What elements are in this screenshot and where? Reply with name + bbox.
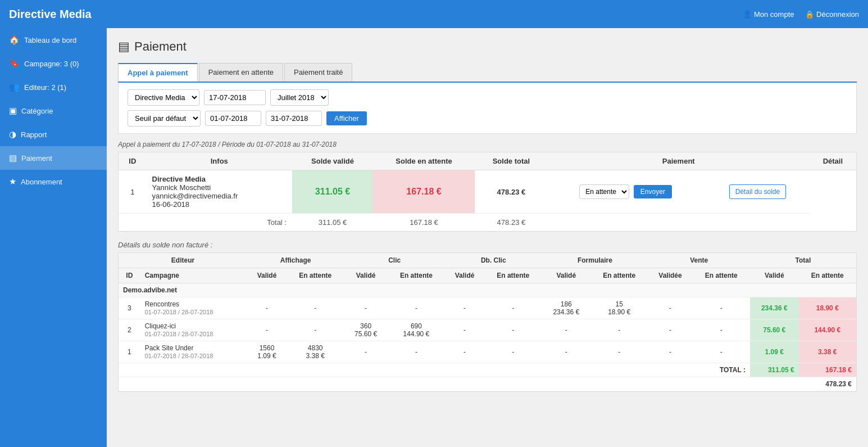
col-infos: Infos (147, 152, 292, 170)
dr2-tot-val: 75.60 € (750, 319, 799, 341)
detail-row-2: 2 Cliquez-ici 01-07-2018 / 28-07-2018 - … (119, 319, 856, 341)
row-detail-cell: Détail du solde (703, 170, 809, 214)
th-form-att: En attente (590, 268, 648, 283)
th-id: ID (119, 268, 140, 283)
layout: 🏠 Tableau de bord 🔖 Campagne: 3 (0) 👥 Ed… (0, 28, 868, 447)
star-icon: ★ (9, 177, 16, 187)
dr1-tot-val: 1.09 € (750, 341, 799, 363)
main-content: ▤ Paiement Appel à paiement Paiement en … (107, 28, 868, 447)
envoyer-button[interactable]: Envoyer (634, 185, 672, 198)
row-id: 1 (119, 170, 147, 214)
row-contact: Yannick Moschetti (152, 183, 211, 192)
main-table: ID Infos Solde validé Solde en attente S… (119, 152, 856, 231)
tabs-bar: Appel à paiement Paiement en attente Pai… (118, 63, 857, 83)
th-formulaire: Formulaire (542, 253, 648, 268)
deconnexion-link[interactable]: 🔒 Déconnexion (805, 10, 859, 19)
th-clic: Clic (344, 253, 445, 268)
sidebar-item-rapport[interactable]: ◑ Rapport (0, 123, 107, 146)
users-icon: 👥 (9, 82, 20, 92)
table-row: 1 Directive Media Yannick Moschetti yann… (119, 170, 856, 214)
total-valide: 311.05 € (292, 214, 373, 232)
col-solde-valide: Solde validé (292, 152, 373, 170)
date-fin-input[interactable] (266, 111, 322, 126)
dr1-vente-val: - (648, 341, 692, 363)
col-solde-total: Solde total (475, 152, 548, 170)
status-select[interactable]: En attente Envoyé (579, 184, 629, 199)
th-aff-val: Validé (247, 268, 287, 283)
seuil-select[interactable]: Seuil par défaut (128, 110, 201, 127)
tab-paiement-traite[interactable]: Paiement traité (284, 63, 352, 82)
dr2-vente-att: - (693, 319, 750, 341)
filter-row-1: Directive Media Juillet 2018 (128, 89, 847, 106)
main-table-container: ID Infos Solde validé Solde en attente S… (118, 152, 857, 232)
payment-icon: ▤ (9, 153, 17, 163)
th-clic-val: Validé (344, 268, 387, 283)
detail-total-attente: 167.18 € (799, 363, 856, 377)
th-total: Total (750, 253, 856, 268)
group-header-row: Demo.advibe.net (119, 283, 856, 297)
total-row: Total : 311.05 € 167.18 € 478.23 € (119, 214, 856, 232)
th-affichage: Affichage (247, 253, 344, 268)
mon-compte-link[interactable]: 👤 Mon compte (743, 10, 794, 19)
row-name: Directive Media (152, 175, 206, 183)
th-aff-att: En attente (287, 268, 344, 283)
th-clic-att: En attente (388, 268, 445, 283)
dr3-tot-att: 18.90 € (799, 297, 856, 319)
detail-grand-total-row: 478.23 € (119, 377, 856, 391)
sidebar-item-editeur[interactable]: 👥 Editeur: 2 (1) (0, 75, 107, 99)
dr1-id: 1 (119, 341, 140, 363)
dr2-campagne: Cliquez-ici 01-07-2018 / 28-07-2018 (140, 319, 247, 341)
col-solde-attente: Solde en attente (373, 152, 475, 170)
sidebar-item-paiement[interactable]: ▤ Paiement (0, 146, 107, 170)
sidebar-item-tableau-de-bord[interactable]: 🏠 Tableau de bord (0, 28, 107, 52)
home-icon: 🏠 (9, 35, 20, 45)
dr3-db-att: - (484, 297, 542, 319)
page-title-icon: ▤ (118, 39, 130, 54)
dr2-aff-val: - (247, 319, 287, 341)
sidebar-item-categorie[interactable]: ▣ Catégorie (0, 99, 107, 123)
brand-title: Directive Media (9, 8, 92, 21)
dr2-vente-val: - (648, 319, 692, 341)
tab-appel-paiement[interactable]: Appel à paiement (118, 63, 198, 82)
dr3-aff-val: - (247, 297, 287, 319)
filter-row-2: Seuil par défaut Afficher (128, 110, 847, 127)
tab-paiement-attente[interactable]: Paiement en attente (199, 63, 283, 82)
col-id: ID (119, 152, 147, 170)
dr1-vente-att: - (693, 341, 750, 363)
col-paiement: Paiement (548, 152, 810, 170)
detail-section-title: Détails du solde non facturé : (118, 241, 857, 249)
th-vente: Vente (648, 253, 750, 268)
dr2-aff-att: - (287, 319, 344, 341)
editeur-select[interactable]: Directive Media (128, 89, 199, 106)
detail-table: Editeur Affichage Clic Db. Clic Formulai… (119, 253, 856, 391)
dr3-tot-val: 234.36 € (750, 297, 799, 319)
th-vente-val: Validée (648, 268, 692, 283)
row-infos: Directive Media Yannick Moschetti yannic… (147, 170, 292, 214)
grid-icon: ▣ (9, 106, 17, 116)
dr1-aff-att: 48303.38 € (287, 341, 344, 363)
detail-button[interactable]: Détail du solde (729, 184, 786, 199)
total-footer-label: TOTAL : (720, 366, 746, 374)
mois-select[interactable]: Juillet 2018 (270, 89, 329, 106)
total-label: Total : (147, 214, 292, 232)
dr3-aff-att: - (287, 297, 344, 319)
sidebar-item-campagne[interactable]: 🔖 Campagne: 3 (0) (0, 52, 107, 75)
date-debut-input[interactable] (205, 111, 261, 126)
dr3-id: 3 (119, 297, 140, 319)
dr1-campagne: Pack Site Under 01-07-2018 / 28-07-2018 (140, 341, 247, 363)
afficher-button[interactable]: Afficher (326, 111, 367, 125)
grand-total: 478.23 € (119, 377, 856, 391)
dr1-clic-att: - (388, 341, 445, 363)
dr2-id: 2 (119, 319, 140, 341)
row-solde-total: 478.23 € (475, 170, 548, 214)
th-db-val: Validé (445, 268, 484, 283)
dr2-db-val: - (445, 319, 484, 341)
row-solde-attente: 167.18 € (373, 170, 475, 214)
dr2-clic-att: 690144.90 € (388, 319, 445, 341)
date-input[interactable] (204, 90, 266, 105)
th-tot-att: En attente (799, 268, 856, 283)
dr3-form-att: 1518.90 € (590, 297, 648, 319)
dr3-db-val: - (445, 297, 484, 319)
detail-total-row: TOTAL : 311.05 € 167.18 € (119, 363, 856, 377)
sidebar-item-abonnement[interactable]: ★ Abonnement (0, 170, 107, 193)
